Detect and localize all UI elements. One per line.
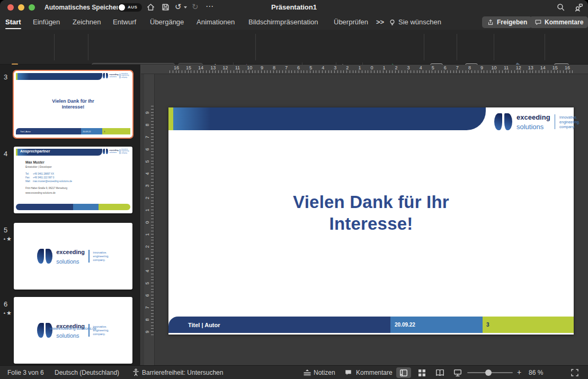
ruler-number: 4 (322, 65, 324, 70)
document-title: Präsentation1 (0, 3, 588, 11)
ruler-number: 9 (480, 65, 483, 70)
ruler-number: 9 (261, 65, 263, 70)
tab-overflow-chevrons[interactable]: >> (376, 18, 384, 26)
slide-editing-surface[interactable]: exceedingsolutions innovative.engineerin… (168, 107, 574, 335)
search-icon[interactable] (556, 3, 565, 12)
ruler-number: 10 (492, 65, 497, 70)
contact-web: www.exceeding-solutions.de (25, 192, 72, 194)
ruler-number: 3 (145, 184, 150, 187)
fit-to-window-icon[interactable] (571, 369, 578, 376)
ruler-number: 12 (516, 65, 521, 70)
tab-entwurf[interactable]: Entwurf (113, 18, 136, 26)
ruler-number: 2 (346, 65, 349, 70)
ruler-number: 3 (145, 257, 150, 260)
footer-date[interactable]: 20.09.22 (390, 317, 483, 333)
thumbnail-slide-6[interactable]: exceedingsolutions innovative.engineerin… (14, 297, 132, 364)
ruler-number: 1 (358, 65, 361, 70)
ruler-number: 16 (565, 65, 570, 70)
contact-role: Entwickler | Developer (25, 165, 72, 168)
zoom-slider-knob[interactable] (485, 369, 492, 376)
zoom-in-button[interactable]: + (517, 368, 521, 376)
ruler-ticks (151, 106, 154, 336)
title-bar: Automatisches Speichern AUS ↺ ↻ ⋯ Präsen… (0, 0, 588, 15)
ruler-number: 5 (309, 65, 312, 70)
company-logo: exceedingsolutions innovative.engineerin… (37, 247, 109, 266)
ruler-number: 1 (145, 233, 150, 236)
ruler-number: 0 (145, 221, 150, 223)
ruler-number: 6 (444, 65, 447, 70)
comment-icon (534, 19, 542, 26)
zoom-level[interactable]: 86 % (529, 369, 543, 376)
comments-button[interactable]: Kommentare (530, 16, 588, 28)
slideshow-view-button[interactable] (450, 367, 465, 378)
tab-start[interactable]: Start (5, 18, 21, 26)
thumbnail-slide-3[interactable]: exceedingsolutions innovative.engineerin… (14, 71, 132, 138)
language-indicator[interactable]: Deutsch (Deutschland) (55, 369, 119, 376)
ruler-number: 5 (145, 160, 150, 163)
tab-animationen[interactable]: Animationen (197, 18, 235, 26)
footer-title-author[interactable]: Titel | Autor (168, 317, 390, 333)
tab-ueberpruefen[interactable]: Überprüfen (334, 18, 368, 26)
ruler-number: 13 (528, 65, 533, 70)
ruler-number: 4 (420, 65, 422, 70)
header-accent-green (168, 107, 173, 130)
ruler-number: 1 (145, 209, 150, 211)
ruler-number: 11 (235, 65, 240, 70)
ruler-number: 11 (504, 65, 509, 70)
company-logo: exceedingsolutions innovative.engineerin… (103, 149, 129, 154)
tab-einfuegen[interactable]: Einfügen (33, 18, 60, 26)
ruler-number: 2 (395, 65, 398, 70)
ruler-number: 6 (297, 65, 300, 70)
ruler-number: 4 (145, 269, 150, 272)
header-banner (173, 107, 486, 130)
tab-uebergaenge[interactable]: Übergänge (150, 18, 184, 26)
animation-star-icon: ⋆★ (3, 236, 12, 242)
notes-icon (304, 369, 311, 376)
footer-slide-number[interactable]: 3 (483, 317, 574, 333)
presence-contact-icon[interactable] (574, 3, 583, 12)
ruler-number: 9 (145, 330, 150, 333)
header-banner (17, 73, 102, 80)
horizontal-ruler[interactable]: 1615141312111098765432101234567891011121… (141, 65, 588, 74)
animation-star-icon: ⋆★ (3, 310, 12, 317)
vertical-ruler[interactable]: 9876543210123456789 (144, 74, 155, 365)
share-button[interactable]: Freigeben (482, 16, 532, 28)
ruler-number: 4 (145, 172, 150, 175)
slide-sorter-view-button[interactable] (414, 367, 429, 378)
slide-title-text[interactable]: Vielen Dank für Ihr Interesse! (168, 191, 574, 234)
contact-address: Fritz-Haber-Straße 9, 06217 Merseburg (25, 187, 72, 190)
logo-petal-icon (504, 113, 512, 130)
tab-bildschirmpraesentation[interactable]: Bildschirmpräsentation (248, 18, 318, 26)
ruler-number: 6 (145, 294, 150, 296)
logo-petal-icon (106, 73, 108, 78)
ruler-number: 2 (145, 196, 150, 199)
slide-footer: Titel | Autor 20.09.22 3 (168, 317, 574, 333)
logo-petal-icon (46, 249, 52, 264)
thumbnail-slide-4[interactable]: Ansprechpartner exceedingsolutions innov… (14, 147, 132, 213)
ruler-number: 7 (145, 136, 150, 138)
thumb-slide-title: Vielen Dank für Ihr Interesse! (14, 98, 132, 110)
accessibility-check[interactable]: Barrierefreiheit: Untersuchen (142, 369, 223, 376)
tell-me-assistant[interactable]: Sie wünschen (398, 18, 441, 26)
slide-number-4: 4 (4, 150, 7, 158)
ruler-number: 13 (210, 65, 216, 70)
comments-icon (344, 369, 352, 376)
ruler-number: 7 (456, 65, 459, 70)
thumbnail-slide-5[interactable]: exceedingsolutions innovative.engineerin… (14, 223, 132, 290)
reading-view-button[interactable] (432, 367, 447, 378)
slide-position-indicator[interactable]: Folie 3 von 6 (7, 369, 44, 376)
tab-zeichnen[interactable]: Zeichnen (73, 18, 101, 26)
ruler-number: 12 (222, 65, 228, 70)
logo-petal-icon (46, 323, 52, 338)
comments-toggle[interactable]: Kommentare (356, 369, 393, 376)
notes-toggle[interactable]: Notizen (314, 369, 335, 376)
ruler-number: 15 (553, 65, 558, 70)
thumb-slide-title: Ansprechpartner (20, 149, 50, 153)
ruler-number: 5 (145, 282, 150, 284)
slide-number-5: 5 (4, 226, 7, 234)
ruler-number: 14 (198, 65, 203, 70)
company-logo: exceedingsolutions innovative.engineerin… (494, 112, 580, 131)
normal-view-button[interactable] (396, 367, 411, 378)
logo-petal-icon (37, 249, 44, 264)
ruler-number: 1 (383, 65, 386, 70)
